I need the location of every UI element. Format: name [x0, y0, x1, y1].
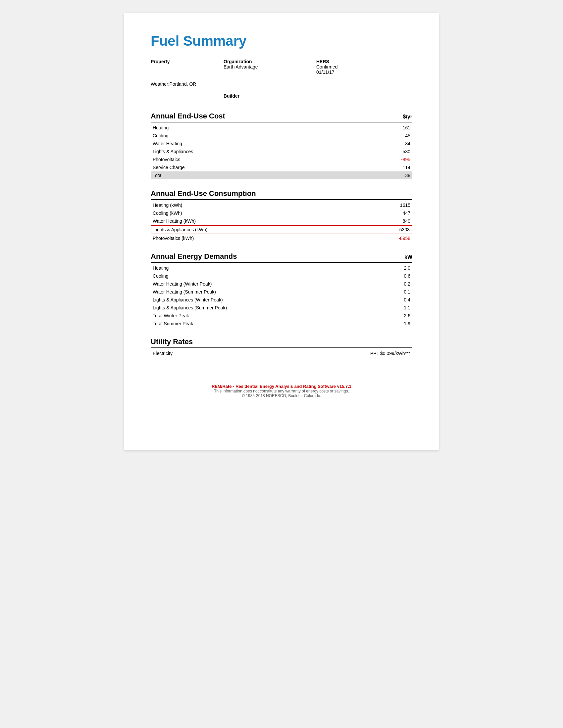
row-label: Lights & Appliances (kWh) — [153, 227, 207, 232]
property-value — [151, 64, 223, 75]
row-value: 38 — [391, 173, 410, 178]
row-value: 84 — [391, 141, 410, 146]
row-value: 0.2 — [391, 281, 410, 287]
weather-row: Weather:Portland, OR — [151, 81, 412, 87]
row-value: 0.6 — [391, 273, 410, 279]
annual-end-use-cost-title: Annual End-Use Cost — [151, 112, 225, 120]
table-row: Lights & Appliances530 — [151, 148, 412, 156]
utility-rates-rows: ElectricityPPL $0.099/kWh*** — [151, 349, 412, 357]
row-value: -895 — [391, 157, 410, 162]
table-row: Lights & Appliances (Winter Peak)0.4 — [151, 296, 412, 304]
hers-status: Confirmed — [316, 64, 412, 69]
header-section: Property Organization HERS Earth Advanta… — [151, 59, 412, 75]
table-row: Service Charge114 — [151, 163, 412, 171]
row-value: 161 — [391, 125, 410, 130]
row-value: 114 — [391, 165, 410, 170]
table-row: Cooling45 — [151, 132, 412, 140]
annual-end-use-cost-rows: Heating161Cooling45Water Heating84Lights… — [151, 124, 412, 179]
annual-end-use-cost-section: Annual End-Use Cost $/yr Heating161Cooli… — [151, 112, 412, 179]
utility-rates-title: Utility Rates — [151, 338, 193, 346]
row-value: 1.9 — [391, 321, 410, 326]
table-row: Heating161 — [151, 124, 412, 132]
row-label: Heating — [153, 125, 168, 130]
row-label: Photovoltaics — [153, 157, 180, 162]
page-container: Fuel Summary Property Organization HERS … — [124, 13, 439, 450]
builder-label: Builder — [223, 93, 412, 99]
row-value: 2.6 — [391, 313, 410, 318]
builder-row: Builder — [151, 93, 412, 99]
utility-rates-section: Utility Rates ElectricityPPL $0.099/kWh*… — [151, 338, 412, 357]
annual-end-use-consumption-header: Annual End-Use Consumption — [151, 189, 412, 200]
row-label: Total Summer Peak — [153, 321, 193, 326]
row-value: -8958 — [391, 236, 410, 241]
annual-energy-demands-section: Annual Energy Demands kW Heating2.0Cooli… — [151, 252, 412, 328]
row-value: 530 — [391, 149, 410, 154]
table-row: Total Winter Peak2.6 — [151, 312, 412, 320]
row-label: Water Heating (Summer Peak) — [153, 289, 216, 295]
table-row: Water Heating (kWh)840 — [151, 217, 412, 225]
row-value: 0.1 — [391, 289, 410, 295]
footer-copyright: © 1985-2018 NORESCO, Boulder, Colorado. — [151, 393, 412, 398]
annual-end-use-cost-unit: $/yr — [403, 114, 412, 120]
row-value: 447 — [391, 210, 410, 216]
table-row: Cooling (kWh)447 — [151, 209, 412, 217]
row-label: Electricity — [153, 351, 172, 356]
row-value: 1615 — [391, 203, 410, 208]
row-label: Service Charge — [153, 165, 185, 170]
annual-end-use-consumption-title: Annual End-Use Consumption — [151, 189, 256, 198]
table-row: Photovoltaics (kWh)-8958 — [151, 234, 412, 242]
row-value: 0.4 — [391, 297, 410, 302]
row-label: Cooling — [153, 133, 168, 138]
row-label: Cooling (kWh) — [153, 210, 182, 216]
table-row: Water Heating (Summer Peak)0.1 — [151, 288, 412, 296]
annual-end-use-consumption-rows: Heating (kWh)1615Cooling (kWh)447Water H… — [151, 201, 412, 242]
annual-end-use-cost-header: Annual End-Use Cost $/yr — [151, 112, 412, 122]
row-label: Heating — [153, 265, 168, 271]
row-label: Total — [153, 173, 163, 178]
row-value: 45 — [391, 133, 410, 138]
row-label: Water Heating — [153, 141, 182, 146]
hers-status-block: Confirmed 01/11/17 — [316, 64, 412, 75]
table-row: Photovoltaics-895 — [151, 156, 412, 163]
row-label: Water Heating (Winter Peak) — [153, 281, 211, 287]
table-row: Total Summer Peak1.9 — [151, 320, 412, 328]
row-label: Cooling — [153, 273, 168, 279]
row-label: Lights & Appliances — [153, 149, 193, 154]
organization-value: Earth Advantage — [223, 64, 316, 75]
footer-software-line: REM/Rate - Residential Energy Analysis a… — [151, 384, 412, 389]
table-row: Cooling0.6 — [151, 272, 412, 280]
row-value: 1.1 — [391, 305, 410, 310]
table-row: Heating (kWh)1615 — [151, 201, 412, 209]
table-row: ElectricityPPL $0.099/kWh*** — [151, 349, 412, 357]
row-label: Photovoltaics (kWh) — [153, 236, 194, 241]
hers-label: HERS — [316, 59, 412, 64]
row-label: Lights & Appliances (Winter Peak) — [153, 297, 223, 302]
table-row: Lights & Appliances (Summer Peak)1.1 — [151, 304, 412, 312]
row-value: 2.0 — [391, 265, 410, 271]
table-row: Heating2.0 — [151, 264, 412, 272]
annual-energy-demands-header: Annual Energy Demands kW — [151, 252, 412, 263]
row-label: Water Heating (kWh) — [153, 218, 196, 224]
table-row: Lights & Appliances (kWh)5303 — [151, 225, 412, 234]
table-row: Total38 — [151, 171, 412, 179]
footer-disclaimer: This information does not constitute any… — [151, 389, 412, 393]
annual-energy-demands-unit: kW — [404, 254, 412, 260]
property-label: Property — [151, 59, 223, 64]
row-label: Lights & Appliances (Summer Peak) — [153, 305, 227, 310]
hers-date: 01/11/17 — [316, 69, 412, 75]
row-value: 840 — [391, 218, 410, 224]
row-label: Total Winter Peak — [153, 313, 189, 318]
annual-end-use-consumption-section: Annual End-Use Consumption Heating (kWh)… — [151, 189, 412, 242]
row-label: Heating (kWh) — [153, 203, 182, 208]
table-row: Water Heating (Winter Peak)0.2 — [151, 280, 412, 288]
row-value: 5303 — [390, 227, 410, 232]
annual-energy-demands-title: Annual Energy Demands — [151, 252, 237, 261]
utility-rates-header: Utility Rates — [151, 338, 412, 348]
footer: REM/Rate - Residential Energy Analysis a… — [151, 384, 412, 398]
table-row: Water Heating84 — [151, 140, 412, 148]
page-title: Fuel Summary — [151, 33, 412, 49]
organization-label: Organization — [223, 59, 316, 64]
row-value: PPL $0.099/kWh*** — [370, 351, 410, 356]
annual-energy-demands-rows: Heating2.0Cooling0.6Water Heating (Winte… — [151, 264, 412, 328]
